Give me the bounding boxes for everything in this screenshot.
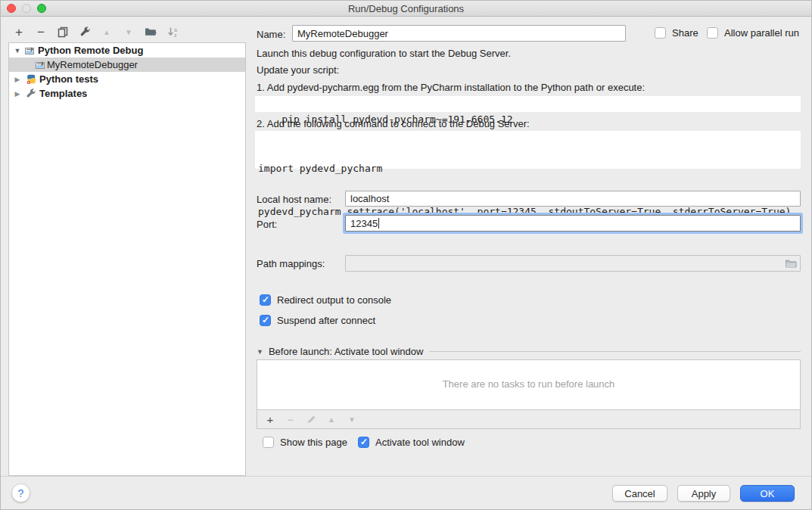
close-button[interactable] (7, 4, 16, 13)
before-launch-toolbar: + − ▲ ▼ (257, 409, 800, 428)
before-launch-task-list[interactable]: There are no tasks to run before launch … (257, 359, 801, 429)
port-label: Port: (257, 219, 277, 230)
suspend-after-connect-checkbox[interactable] (260, 315, 271, 326)
suspend-after-connect-label: Suspend after connect (277, 315, 375, 326)
share-checkbox-row[interactable]: Share (655, 27, 698, 39)
activate-tool-window-row[interactable]: Activate tool window (358, 437, 465, 448)
configurations-tree: ▼ Python Remote Debug MyRemoteDebugger ▶… (8, 42, 246, 476)
dialog-footer: ? Cancel Apply OK (1, 476, 811, 509)
chevron-right-icon[interactable]: ▶ (14, 90, 21, 98)
ok-button[interactable]: OK (740, 485, 795, 502)
wrench-icon (26, 89, 36, 99)
text-caret (378, 218, 379, 229)
description-step2: 2. Add the following command to connect … (257, 118, 530, 129)
before-launch-header[interactable]: ▼ Before launch: Activate tool window (257, 346, 801, 357)
svg-text:z: z (174, 32, 177, 37)
share-label: Share (672, 27, 698, 39)
name-value: MyRemoteDebugger (297, 28, 388, 39)
port-input[interactable]: 12345 (345, 215, 801, 232)
code-line: import pydevd_pycharm (258, 161, 798, 176)
before-launch-title: Before launch: Activate tool window (269, 346, 424, 357)
path-mappings-input[interactable] (345, 255, 801, 272)
port-value: 12345 (350, 218, 378, 229)
add-icon[interactable]: + (264, 413, 276, 425)
tree-item-label: MyRemoteDebugger (47, 59, 138, 70)
tree-item-label: Templates (39, 88, 87, 99)
activate-tool-window-label: Activate tool window (375, 437, 465, 448)
zoom-button[interactable] (37, 4, 46, 13)
edit-defaults-wrench-icon[interactable] (77, 24, 92, 39)
help-button[interactable]: ? (11, 484, 30, 502)
chevron-right-icon[interactable]: ▶ (14, 76, 21, 83)
traffic-lights (7, 4, 46, 13)
settrace-code: import pydevd_pycharm pydevd_pycharm.set… (255, 131, 801, 169)
remote-debug-icon (24, 45, 35, 56)
local-host-label: Local host name: (257, 194, 331, 205)
add-icon[interactable]: + (11, 24, 26, 39)
description-line2: Update your script: (257, 64, 339, 76)
move-down-icon: ▼ (346, 413, 358, 425)
move-up-icon: ▲ (325, 413, 338, 425)
description-line1: Launch this debug configuration to start… (257, 48, 511, 59)
move-up-icon: ▲ (99, 24, 114, 39)
name-label: Name: (257, 29, 285, 40)
pip-install-code: pip install pydevd-pycharm~=191.6605.12 (255, 96, 801, 112)
move-down-icon: ▼ (121, 24, 136, 39)
description-step1: 1. Add pydevd-pycharm.egg from the PyCha… (257, 82, 645, 93)
redirect-output-label: Redirect output to console (277, 294, 391, 306)
apply-button[interactable]: Apply (677, 485, 730, 502)
tree-item-templates[interactable]: ▶ Templates (9, 86, 245, 101)
remote-debug-icon (35, 60, 45, 70)
chevron-down-icon[interactable]: ▼ (257, 348, 263, 356)
empty-tasks-text: There are no tasks to run before launch (257, 378, 800, 390)
show-this-page-row[interactable]: Show this page (263, 437, 347, 448)
local-host-value: localhost (350, 193, 389, 204)
svg-text:a: a (174, 26, 177, 32)
tree-toolbar: + − ▲ ▼ az (11, 24, 180, 39)
window-title: Run/Debug Configurations (348, 3, 464, 14)
python-icon (26, 74, 36, 85)
redirect-output-checkbox[interactable] (260, 294, 271, 306)
tree-item-label: Python Remote Debug (38, 45, 143, 56)
new-folder-icon[interactable] (143, 24, 158, 39)
allow-parallel-checkbox-row[interactable]: Allow parallel run (707, 27, 799, 39)
allow-parallel-checkbox[interactable] (707, 27, 718, 39)
folder-icon[interactable] (785, 259, 797, 269)
copy-icon[interactable] (55, 24, 70, 39)
chevron-down-icon[interactable]: ▼ (14, 47, 21, 54)
edit-pencil-icon (305, 413, 317, 425)
help-icon: ? (18, 487, 24, 499)
redirect-output-row[interactable]: Redirect output to console (260, 294, 391, 306)
name-input[interactable]: MyRemoteDebugger (292, 25, 626, 42)
remove-icon[interactable]: − (33, 24, 48, 39)
section-divider (429, 351, 801, 352)
activate-tool-window-checkbox[interactable] (358, 437, 369, 448)
show-this-page-label: Show this page (280, 437, 347, 448)
sort-alphabetically-icon[interactable]: az (165, 24, 180, 39)
cancel-button[interactable]: Cancel (612, 485, 667, 502)
allow-parallel-label: Allow parallel run (724, 27, 799, 39)
run-debug-configurations-dialog: Run/Debug Configurations + − ▲ ▼ az ▼ Py… (0, 0, 812, 510)
path-mappings-label: Path mappings: (257, 258, 325, 269)
tree-item-myremotedebugger[interactable]: MyRemoteDebugger (9, 58, 245, 72)
title-bar: Run/Debug Configurations (1, 1, 811, 17)
local-host-input[interactable]: localhost (345, 191, 801, 207)
minimize-button (22, 4, 31, 13)
show-this-page-checkbox[interactable] (263, 437, 274, 448)
share-checkbox[interactable] (655, 27, 666, 39)
tree-item-label: Python tests (39, 73, 98, 85)
remove-icon: − (285, 413, 297, 425)
suspend-after-connect-row[interactable]: Suspend after connect (260, 315, 375, 326)
tree-item-python-tests[interactable]: ▶ Python tests (9, 72, 245, 86)
tree-item-python-remote-debug[interactable]: ▼ Python Remote Debug (9, 43, 245, 58)
